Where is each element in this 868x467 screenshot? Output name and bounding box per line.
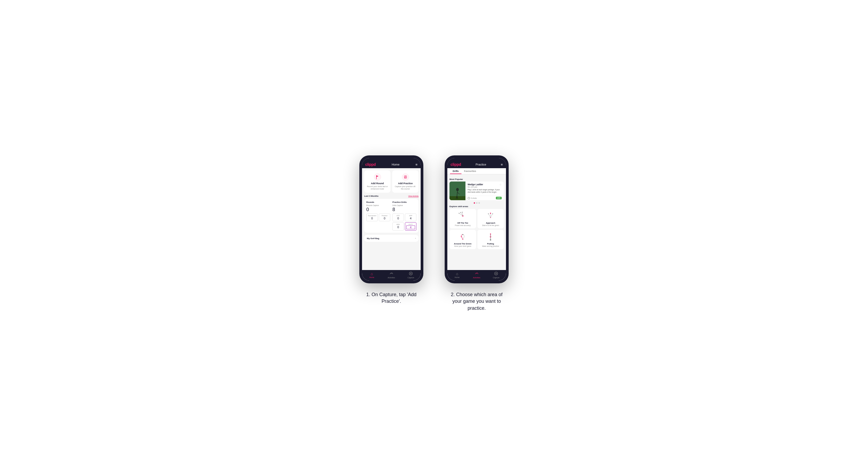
practice-label: Practice bbox=[380, 215, 389, 216]
svg-point-14 bbox=[456, 188, 459, 191]
capture-nav-label-2: Capture bbox=[493, 277, 500, 279]
activities-nav-icon-2 bbox=[475, 272, 478, 276]
skill-atg-title: Around The Green bbox=[454, 243, 472, 245]
nav-activities-1[interactable]: Activities bbox=[381, 272, 401, 279]
skill-grid: Off The Tee Power and accuracy bbox=[450, 209, 504, 249]
putt-value: 4 bbox=[406, 225, 415, 229]
featured-card[interactable]: ☆ Wedge Ladder 50–100 yds Play 1 shot at… bbox=[450, 182, 504, 200]
stats-grid: Rounds Rounds Capture 0 Tournament 0 bbox=[366, 201, 416, 230]
shots-count: 9 shots bbox=[468, 197, 477, 199]
svg-point-5 bbox=[405, 176, 406, 177]
svg-point-3 bbox=[402, 174, 409, 181]
phone-section-2: clippd Practice ≡ Drills Favourites Most… bbox=[445, 155, 509, 312]
phone-frame-1: clippd Home ≡ bbox=[359, 155, 423, 283]
add-round-desc: Record your shots fast or enhanced mode bbox=[366, 185, 389, 190]
nav-home-1[interactable]: ⌂ Home bbox=[362, 272, 381, 279]
featured-footer: 9 shots APP bbox=[465, 196, 504, 200]
status-bar-1 bbox=[362, 158, 421, 160]
phone-frame-2: clippd Practice ≡ Drills Favourites Most… bbox=[445, 155, 509, 283]
svg-point-38 bbox=[490, 234, 491, 235]
app-value: 4 bbox=[406, 217, 415, 220]
explore-label: Explore skill areas bbox=[450, 205, 504, 208]
skill-putting-title: Putting bbox=[487, 243, 494, 245]
screen-content-2: Most Popular bbox=[447, 174, 506, 270]
capture-nav-icon-2 bbox=[494, 272, 498, 276]
activities-nav-icon-1 bbox=[390, 272, 393, 276]
ott-value: 0 bbox=[394, 217, 403, 220]
home-title: Home bbox=[392, 163, 399, 166]
add-round-icon bbox=[373, 173, 381, 181]
dot-3 bbox=[478, 202, 480, 204]
featured-image bbox=[450, 182, 465, 200]
golf-bag-label: My Golf Bag bbox=[367, 237, 379, 240]
star-icon[interactable]: ☆ bbox=[499, 183, 502, 186]
add-practice-title: Add Practice bbox=[398, 182, 413, 185]
svg-point-39 bbox=[478, 274, 478, 274]
svg-line-21 bbox=[469, 198, 469, 198]
nav-capture-1[interactable]: Capture bbox=[401, 272, 421, 279]
svg-point-31 bbox=[488, 214, 489, 214]
most-popular-label: Most Popular bbox=[450, 177, 504, 182]
skill-putting-desc: Make and lag practice bbox=[482, 245, 499, 247]
home-nav-label-2: Home bbox=[455, 276, 460, 278]
tab-drills[interactable]: Drills bbox=[450, 168, 461, 174]
app-stat: APP 4 bbox=[405, 214, 416, 221]
tournament-stat: Tournament 0 bbox=[366, 214, 378, 221]
page-container: clippd Home ≡ bbox=[359, 155, 509, 312]
capture-nav-label-1: Capture bbox=[408, 277, 414, 279]
phone-screen-2: clippd Practice ≡ Drills Favourites Most… bbox=[447, 158, 506, 281]
phone-screen-1: clippd Home ≡ bbox=[362, 158, 421, 281]
caption-1: 1. On Capture, tap 'Add Practice'. bbox=[362, 291, 421, 305]
svg-point-28 bbox=[462, 212, 463, 213]
skill-atg-desc: Hone your short game bbox=[454, 245, 471, 247]
rounds-sub-stats: Tournament 0 Practice 0 bbox=[366, 214, 390, 221]
dot-2 bbox=[476, 202, 477, 204]
phone-section-1: clippd Home ≡ bbox=[359, 155, 423, 305]
stats-header: Last 3 Months View Activity bbox=[364, 195, 418, 197]
add-practice-icon bbox=[401, 173, 409, 181]
skill-approach[interactable]: Approach Dial-in to hit the green bbox=[477, 209, 504, 228]
drills-capture-label: Drills Capture bbox=[393, 205, 416, 206]
nav-activities-2[interactable]: Activities bbox=[467, 272, 486, 279]
skill-ott-desc: Power and accuracy bbox=[455, 224, 470, 226]
menu-icon-1[interactable]: ≡ bbox=[415, 163, 417, 166]
menu-icon-2[interactable]: ≡ bbox=[501, 163, 503, 166]
screen-content-1: Add Round Record your shots fast or enha… bbox=[362, 168, 421, 270]
arg-stat: ARG 0 bbox=[393, 222, 404, 230]
status-bar-2 bbox=[447, 158, 506, 160]
activities-nav-label-2: Activities bbox=[473, 277, 480, 279]
app-badge: APP bbox=[496, 197, 502, 199]
arg-label: ARG bbox=[394, 224, 403, 225]
svg-point-27 bbox=[460, 212, 461, 213]
activities-nav-label-1: Activities bbox=[388, 277, 395, 279]
skill-putting[interactable]: Putting Make and lag practice bbox=[477, 230, 504, 249]
ott-label: OTT bbox=[394, 215, 403, 216]
clippd-logo-2: clippd bbox=[451, 162, 461, 166]
view-activity-link[interactable]: View Activity bbox=[408, 195, 418, 197]
nav-home-2[interactable]: ⌂ Home bbox=[447, 272, 467, 279]
quick-actions: Add Round Record your shots fast or enha… bbox=[364, 170, 418, 193]
home-nav-icon-2: ⌂ bbox=[456, 272, 458, 276]
skill-off-the-tee[interactable]: Off The Tee Power and accuracy bbox=[450, 209, 476, 228]
golf-bag-row[interactable]: My Golf Bag › bbox=[364, 235, 418, 242]
ott-stat: OTT 0 bbox=[393, 214, 404, 221]
add-practice-card[interactable]: Add Practice Capture your practice off-t… bbox=[392, 170, 418, 193]
add-practice-desc: Capture your practice off-the-course bbox=[394, 185, 416, 190]
putt-stat: PUTT 4 bbox=[405, 222, 416, 230]
svg-point-30 bbox=[490, 213, 491, 214]
skill-around-the-green[interactable]: Around The Green Hone your short game bbox=[450, 230, 476, 249]
rounds-column: Rounds Rounds Capture 0 Tournament 0 bbox=[366, 201, 390, 230]
featured-desc: Play 1 shot at each target yardage. If y… bbox=[468, 189, 502, 193]
featured-title: Wedge Ladder bbox=[468, 183, 502, 186]
add-round-card[interactable]: Add Round Record your shots fast or enha… bbox=[364, 170, 391, 193]
svg-point-26 bbox=[459, 213, 459, 214]
tab-favourites[interactable]: Favourites bbox=[461, 168, 479, 174]
arg-value: 0 bbox=[394, 225, 403, 229]
nav-capture-2[interactable]: Capture bbox=[487, 272, 506, 279]
dot-1 bbox=[474, 202, 475, 204]
skill-approach-title: Approach bbox=[486, 222, 495, 224]
svg-point-37 bbox=[490, 239, 491, 241]
golf-bag-chevron: › bbox=[415, 237, 416, 240]
drills-column: Practice Drills Drills Capture 8 OTT 0 bbox=[393, 201, 416, 230]
app-header-2: clippd Practice ≡ bbox=[447, 160, 506, 168]
